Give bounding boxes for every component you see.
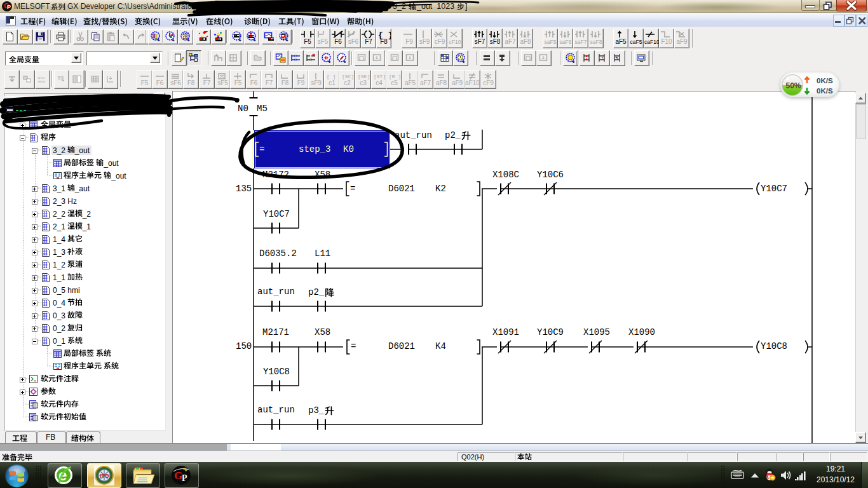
svg-text:[ ]: [ ] xyxy=(327,74,336,79)
svg-text:123: 123 xyxy=(183,36,188,39)
svg-text:error: error xyxy=(38,79,46,83)
svg-text:[ST]: [ST] xyxy=(374,74,386,79)
svg-text:ITO: ITO xyxy=(100,473,109,479)
svg-text:[R ]: [R ] xyxy=(389,74,401,79)
svg-text:0K/S: 0K/S xyxy=(817,87,833,95)
svg-text:[SE]: [SE] xyxy=(358,74,370,79)
svg-text:[SC]: [SC] xyxy=(342,74,354,79)
svg-text:P: P xyxy=(182,473,187,483)
svg-text:0K/S: 0K/S xyxy=(817,77,833,85)
svg-text:$1: $1 xyxy=(58,76,63,80)
svg-text:50%: 50% xyxy=(786,81,801,90)
